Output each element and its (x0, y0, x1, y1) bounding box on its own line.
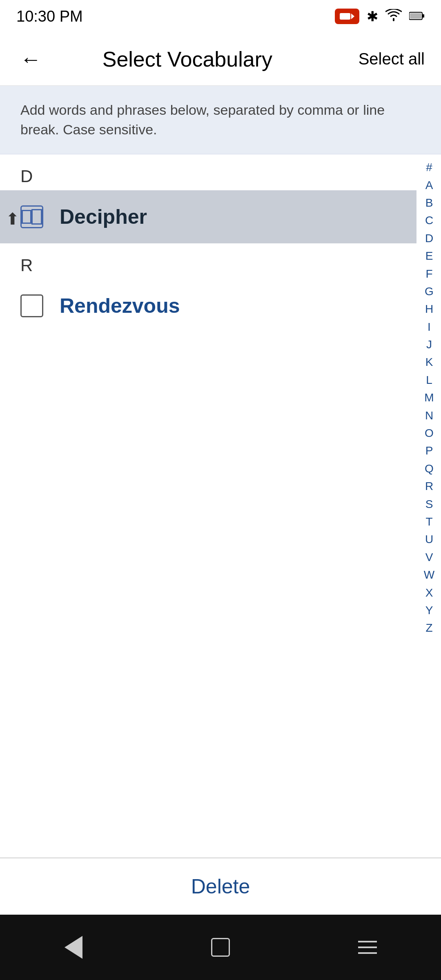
alpha-s[interactable]: S (417, 495, 441, 513)
checkbox-rendezvous[interactable] (20, 294, 43, 317)
alpha-d[interactable]: D (417, 229, 441, 247)
alpha-k[interactable]: K (417, 353, 441, 371)
nav-home-icon (211, 938, 230, 957)
alpha-m[interactable]: M (417, 389, 441, 406)
alpha-n[interactable]: N (417, 407, 441, 424)
info-text: Add words and phrases below, separated b… (20, 102, 385, 137)
bottom-section: Delete (0, 858, 441, 915)
checkbox-decipher[interactable] (20, 205, 43, 228)
alpha-i[interactable]: I (417, 318, 441, 336)
record-icon (335, 9, 359, 24)
app-bar: ← Select Vocabulary Select all (0, 33, 441, 86)
cursor-icon: ⬆ (6, 209, 20, 228)
svg-marker-1 (351, 13, 354, 19)
nav-back-button[interactable] (57, 931, 90, 964)
nav-home-button[interactable] (204, 931, 237, 964)
alpha-q[interactable]: Q (417, 460, 441, 477)
alpha-w[interactable]: W (417, 566, 441, 584)
battery-icon (409, 9, 425, 24)
nav-recents-button[interactable] (351, 931, 384, 964)
alpha-p[interactable]: P (417, 442, 441, 459)
svg-rect-0 (340, 13, 350, 20)
select-all-button[interactable]: Select all (359, 50, 425, 68)
svg-rect-3 (422, 14, 424, 18)
alpha-f[interactable]: F (417, 265, 441, 283)
alpha-c[interactable]: C (417, 212, 441, 229)
item-label-rendezvous: Rendezvous (60, 294, 180, 318)
page-title: Select Vocabulary (16, 47, 359, 71)
nav-recents-icon (358, 941, 377, 954)
alpha-e[interactable]: E (417, 247, 441, 265)
svg-rect-4 (410, 13, 421, 19)
alpha-h[interactable]: H (417, 300, 441, 318)
status-time: 10:30 PM (16, 8, 83, 25)
alpha-hash[interactable]: # (417, 158, 441, 176)
main-content: D Decipher ⬆ R Rendezvous # A B C D E F … (0, 154, 441, 910)
alpha-o[interactable]: O (417, 424, 441, 442)
alpha-l[interactable]: L (417, 371, 441, 389)
alpha-g[interactable]: G (417, 283, 441, 300)
section-header-r: R (0, 243, 416, 279)
alphabet-index: # A B C D E F G H I J K L M N O P Q R S … (417, 154, 441, 641)
list-item[interactable]: Decipher ⬆ (0, 190, 416, 243)
alpha-x[interactable]: X (417, 584, 441, 601)
nav-bar (0, 915, 441, 980)
alpha-r[interactable]: R (417, 477, 441, 495)
item-label-decipher: Decipher (60, 205, 147, 229)
alpha-t[interactable]: T (417, 513, 441, 530)
bluetooth-icon: ✱ (367, 8, 378, 24)
wifi-icon (385, 9, 402, 24)
section-header-d: D (0, 154, 416, 190)
alpha-y[interactable]: Y (417, 601, 441, 619)
info-banner: Add words and phrases below, separated b… (0, 86, 441, 154)
list-item[interactable]: Rendezvous (0, 279, 416, 332)
alpha-v[interactable]: V (417, 548, 441, 566)
nav-back-icon (65, 936, 82, 959)
delete-button[interactable]: Delete (191, 875, 250, 898)
alpha-j[interactable]: J (417, 336, 441, 353)
alpha-u[interactable]: U (417, 530, 441, 548)
alpha-b[interactable]: B (417, 194, 441, 212)
list-area: D Decipher ⬆ R Rendezvous (0, 154, 441, 910)
status-icons: ✱ (335, 8, 425, 24)
alpha-a[interactable]: A (417, 176, 441, 194)
alpha-z[interactable]: Z (417, 619, 441, 637)
status-bar: 10:30 PM ✱ (0, 0, 441, 33)
